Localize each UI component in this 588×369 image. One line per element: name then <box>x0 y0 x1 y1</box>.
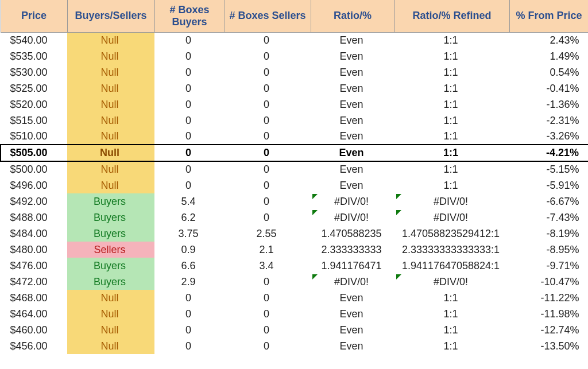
cell-ratio[interactable]: Even <box>311 96 394 112</box>
cell-buyers-sellers[interactable]: Null <box>67 32 154 48</box>
cell-ratio[interactable]: #DIV/0! <box>311 274 394 290</box>
cell-price[interactable]: $515.00 <box>1 112 67 129</box>
cell-price[interactable]: $520.00 <box>1 96 67 112</box>
cell-ratio-refined[interactable]: #DIV/0! <box>394 193 509 209</box>
cell-from-price[interactable]: 1.49% <box>509 48 588 64</box>
cell-boxes-buyers[interactable]: 0 <box>154 96 225 112</box>
cell-from-price[interactable]: -11.22% <box>509 290 588 306</box>
cell-buyers-sellers[interactable]: Null <box>67 96 154 112</box>
cell-buyers-sellers[interactable]: Null <box>67 64 154 80</box>
cell-from-price[interactable]: -2.31% <box>509 112 588 129</box>
cell-boxes-sellers[interactable]: 2.55 <box>225 226 311 242</box>
cell-buyers-sellers[interactable]: Buyers <box>67 258 154 274</box>
table-row[interactable]: $492.00Buyers5.40#DIV/0!#DIV/0!-6.67% <box>1 193 588 209</box>
cell-boxes-sellers[interactable]: 0 <box>225 338 311 354</box>
table-row[interactable]: $520.00Null00Even1:1-1.36% <box>1 96 588 112</box>
cell-buyers-sellers[interactable]: Null <box>67 338 154 354</box>
cell-from-price[interactable]: -3.26% <box>509 129 588 145</box>
cell-ratio[interactable]: 1.470588235 <box>311 226 394 242</box>
table-row[interactable]: $476.00Buyers6.63.41.9411764711.94117647… <box>1 258 588 274</box>
cell-from-price[interactable]: -0.41% <box>509 80 588 96</box>
cell-ratio[interactable]: Even <box>311 145 394 161</box>
cell-boxes-sellers[interactable]: 0 <box>225 177 311 193</box>
cell-ratio-refined[interactable]: 1:1 <box>394 161 509 177</box>
cell-buyers-sellers[interactable]: Null <box>67 145 154 161</box>
col-header-boxes-sellers[interactable]: # Boxes Sellers <box>225 0 311 32</box>
cell-boxes-buyers[interactable]: 0 <box>154 338 225 354</box>
cell-ratio-refined[interactable]: 1.47058823529412:1 <box>394 226 509 242</box>
cell-ratio[interactable]: Even <box>311 161 394 177</box>
col-header-boxes-buyers[interactable]: # Boxes Buyers <box>154 0 225 32</box>
cell-buyers-sellers[interactable]: Null <box>67 129 154 145</box>
cell-ratio-refined[interactable]: 1:1 <box>394 112 509 129</box>
cell-ratio[interactable]: Even <box>311 177 394 193</box>
cell-ratio[interactable]: Even <box>311 32 394 48</box>
cell-boxes-buyers[interactable]: 0 <box>154 129 225 145</box>
cell-boxes-sellers[interactable]: 0 <box>225 306 311 322</box>
table-row[interactable]: $515.00Null00Even1:1-2.31% <box>1 112 588 129</box>
cell-ratio-refined[interactable]: 1:1 <box>394 80 509 96</box>
cell-from-price[interactable]: -9.71% <box>509 258 588 274</box>
table-row[interactable]: $480.00Sellers0.92.12.3333333332.3333333… <box>1 242 588 258</box>
cell-boxes-sellers[interactable]: 0 <box>225 112 311 129</box>
table-row[interactable]: $464.00Null00Even1:1-11.98% <box>1 306 588 322</box>
table-row[interactable]: $530.00Null00Even1:10.54% <box>1 64 588 80</box>
cell-ratio[interactable]: Even <box>311 306 394 322</box>
table-row[interactable]: $535.00Null00Even1:11.49% <box>1 48 588 64</box>
cell-price[interactable]: $476.00 <box>1 258 67 274</box>
cell-from-price[interactable]: -6.67% <box>509 193 588 209</box>
cell-price[interactable]: $492.00 <box>1 193 67 209</box>
table-row[interactable]: $484.00Buyers3.752.551.4705882351.470588… <box>1 226 588 242</box>
cell-boxes-buyers[interactable]: 0 <box>154 306 225 322</box>
col-header-ratio[interactable]: Ratio/% <box>311 0 394 32</box>
cell-ratio[interactable]: Even <box>311 338 394 354</box>
cell-from-price[interactable]: 0.54% <box>509 64 588 80</box>
cell-buyers-sellers[interactable]: Buyers <box>67 193 154 209</box>
cell-boxes-sellers[interactable]: 0 <box>225 322 311 338</box>
cell-from-price[interactable]: -1.36% <box>509 96 588 112</box>
table-row[interactable]: $505.00Null00Even1:1-4.21% <box>1 145 588 161</box>
cell-boxes-sellers[interactable]: 0 <box>225 161 311 177</box>
cell-price[interactable]: $540.00 <box>1 32 67 48</box>
cell-price[interactable]: $510.00 <box>1 129 67 145</box>
table-row[interactable]: $500.00Null00Even1:1-5.15% <box>1 161 588 177</box>
cell-ratio-refined[interactable]: 2.33333333333333:1 <box>394 242 509 258</box>
cell-boxes-sellers[interactable]: 0 <box>225 193 311 209</box>
cell-boxes-buyers[interactable]: 6.6 <box>154 258 225 274</box>
table-row[interactable]: $496.00Null00Even1:1-5.91% <box>1 177 588 193</box>
cell-buyers-sellers[interactable]: Null <box>67 177 154 193</box>
cell-ratio[interactable]: Even <box>311 80 394 96</box>
cell-ratio[interactable]: Even <box>311 112 394 129</box>
cell-boxes-sellers[interactable]: 3.4 <box>225 258 311 274</box>
cell-price[interactable]: $484.00 <box>1 226 67 242</box>
cell-price[interactable]: $488.00 <box>1 209 67 226</box>
cell-boxes-sellers[interactable]: 0 <box>225 290 311 306</box>
cell-buyers-sellers[interactable]: Buyers <box>67 209 154 226</box>
table-row[interactable]: $472.00Buyers2.90#DIV/0!#DIV/0!-10.47% <box>1 274 588 290</box>
table-row[interactable]: $540.00Null00Even1:12.43% <box>1 32 588 48</box>
col-header-price[interactable]: Price <box>1 0 67 32</box>
cell-buyers-sellers[interactable]: Null <box>67 161 154 177</box>
cell-boxes-sellers[interactable]: 0 <box>225 96 311 112</box>
cell-ratio[interactable]: 2.333333333 <box>311 242 394 258</box>
cell-buyers-sellers[interactable]: Null <box>67 322 154 338</box>
table-row[interactable]: $488.00Buyers6.20#DIV/0!#DIV/0!-7.43% <box>1 209 588 226</box>
cell-ratio-refined[interactable]: 1:1 <box>394 32 509 48</box>
cell-ratio-refined[interactable]: 1:1 <box>394 145 509 161</box>
cell-buyers-sellers[interactable]: Sellers <box>67 242 154 258</box>
cell-ratio[interactable]: Even <box>311 322 394 338</box>
cell-price[interactable]: $505.00 <box>1 145 67 161</box>
cell-boxes-sellers[interactable]: 0 <box>225 129 311 145</box>
cell-ratio[interactable]: Even <box>311 129 394 145</box>
cell-boxes-buyers[interactable]: 0 <box>154 290 225 306</box>
table-row[interactable]: $510.00Null00Even1:1-3.26% <box>1 129 588 145</box>
cell-ratio-refined[interactable]: 1:1 <box>394 322 509 338</box>
cell-buyers-sellers[interactable]: Null <box>67 48 154 64</box>
cell-ratio[interactable]: Even <box>311 290 394 306</box>
cell-boxes-buyers[interactable]: 0 <box>154 161 225 177</box>
cell-price[interactable]: $525.00 <box>1 80 67 96</box>
cell-price[interactable]: $460.00 <box>1 322 67 338</box>
cell-ratio-refined[interactable]: 1:1 <box>394 290 509 306</box>
cell-from-price[interactable]: 2.43% <box>509 32 588 48</box>
cell-buyers-sellers[interactable]: Null <box>67 306 154 322</box>
